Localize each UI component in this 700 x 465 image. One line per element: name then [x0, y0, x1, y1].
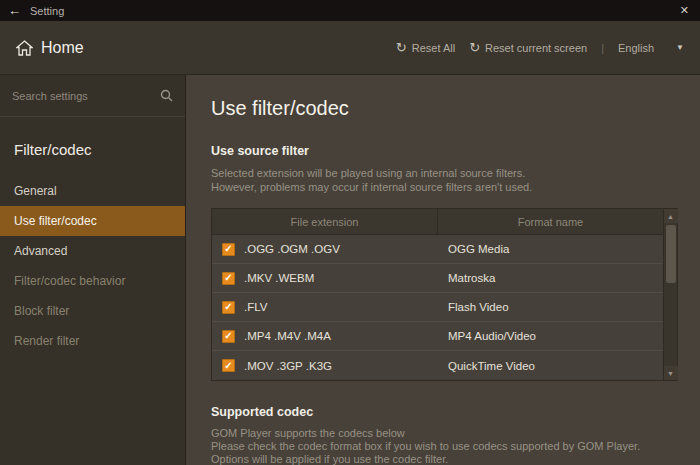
extension-checkbox[interactable]: ✓	[222, 272, 235, 285]
scrollbar-thumb[interactable]	[666, 225, 676, 283]
back-icon[interactable]: ←	[8, 3, 21, 18]
table-row[interactable]: ✓ .OGG .OGM .OGV OGG Media	[212, 235, 663, 264]
column-header-file-extension: File extension	[212, 209, 438, 234]
sidebar-item-block-filter[interactable]: Block filter	[0, 296, 185, 326]
file-extension: .OGG .OGM .OGV	[244, 243, 340, 255]
header: Home ↻ Reset All ↻ Reset current screen …	[0, 21, 700, 75]
table-row[interactable]: ✓ .FLV Flash Video	[212, 293, 663, 322]
source-filter-heading: Use source filter	[211, 144, 676, 158]
scroll-down-icon[interactable]: ▼	[664, 366, 678, 380]
reset-all-label: Reset All	[412, 42, 455, 54]
table-header-row: File extension Format name	[212, 209, 663, 235]
reset-all-button[interactable]: ↻ Reset All	[396, 40, 455, 55]
source-filter-table: File extension Format name ✓ .OGG .OGM .…	[211, 208, 678, 381]
file-extension: .MOV .3GP .K3G	[244, 360, 332, 372]
table-scrollbar[interactable]: ▲ ▼	[663, 209, 677, 380]
scroll-up-icon[interactable]: ▲	[664, 209, 678, 223]
file-extension: .FLV	[244, 301, 267, 313]
file-extension: .MP4 .M4V .M4A	[244, 330, 331, 342]
format-name: Flash Video	[448, 301, 509, 313]
reset-current-label: Reset current screen	[485, 42, 587, 54]
check-icon: ✓	[224, 273, 232, 283]
check-icon: ✓	[224, 361, 232, 371]
reset-current-screen-button[interactable]: ↻ Reset current screen	[469, 40, 587, 55]
extension-checkbox[interactable]: ✓	[222, 330, 235, 343]
supported-codec-section: Supported codec GOM Player supports the …	[211, 405, 676, 465]
chevron-down-icon: ▼	[676, 43, 684, 52]
sidebar-item-advanced[interactable]: Advanced	[0, 236, 185, 266]
source-filter-desc-2: However, problems may occur if internal …	[211, 180, 676, 194]
sidebar-item-filter-codec-behavior[interactable]: Filter/codec behavior	[0, 266, 185, 296]
supported-codec-heading: Supported codec	[211, 405, 676, 419]
scrollbar-track[interactable]	[664, 223, 678, 366]
sidebar-item-general[interactable]: General	[0, 176, 185, 206]
home-icon	[16, 40, 33, 56]
codec-desc-3: Options will be applied if you use the c…	[211, 453, 676, 465]
main-content: Use filter/codec Use source filter Selec…	[186, 75, 700, 465]
check-icon: ✓	[224, 244, 232, 254]
check-icon: ✓	[224, 331, 232, 341]
window-title: Setting	[30, 5, 64, 17]
sidebar-item-use-filter-codec[interactable]: Use filter/codec	[0, 206, 185, 236]
sidebar: Filter/codec General Use filter/codec Ad…	[0, 75, 186, 465]
codec-desc-1: GOM Player supports the codecs below	[211, 427, 676, 440]
codec-desc-2: Please check the codec format box if you…	[211, 440, 676, 453]
format-name: MP4 Audio/Video	[448, 330, 536, 342]
source-filter-desc-1: Selected extension will be played using …	[211, 166, 676, 180]
reset-all-icon: ↻	[396, 40, 407, 55]
close-icon[interactable]: ✕	[677, 4, 692, 17]
language-dropdown[interactable]: English ▼	[618, 42, 684, 54]
file-extension: .MKV .WEBM	[244, 272, 314, 284]
sidebar-section-title: Filter/codec	[0, 117, 185, 176]
check-icon: ✓	[224, 302, 232, 312]
format-name: Matroska	[448, 272, 495, 284]
search-box[interactable]	[0, 75, 185, 117]
extension-checkbox[interactable]: ✓	[222, 359, 235, 372]
home-breadcrumb: Home	[16, 39, 84, 57]
table-row[interactable]: ✓ .MOV .3GP .K3G QuickTime Video	[212, 351, 663, 380]
search-input[interactable]	[12, 90, 160, 102]
language-value: English	[618, 42, 654, 54]
settings-window: ← Setting ✕ Home ↻ Reset All ↻ Reset cur…	[0, 0, 700, 465]
format-name: OGG Media	[448, 243, 509, 255]
page-section-title: Home	[41, 39, 84, 57]
header-actions: ↻ Reset All ↻ Reset current screen | Eng…	[396, 40, 684, 55]
sidebar-item-render-filter[interactable]: Render filter	[0, 326, 185, 356]
page-title: Use filter/codec	[211, 97, 676, 120]
header-separator: |	[601, 42, 604, 54]
format-name: QuickTime Video	[448, 360, 535, 372]
extension-checkbox[interactable]: ✓	[222, 301, 235, 314]
search-icon	[160, 89, 173, 102]
reset-current-icon: ↻	[469, 40, 480, 55]
extension-checkbox[interactable]: ✓	[222, 243, 235, 256]
table-row[interactable]: ✓ .MP4 .M4V .M4A MP4 Audio/Video	[212, 322, 663, 351]
titlebar: ← Setting ✕	[0, 0, 700, 21]
column-header-format-name: Format name	[438, 209, 663, 234]
table-row[interactable]: ✓ .MKV .WEBM Matroska	[212, 264, 663, 293]
